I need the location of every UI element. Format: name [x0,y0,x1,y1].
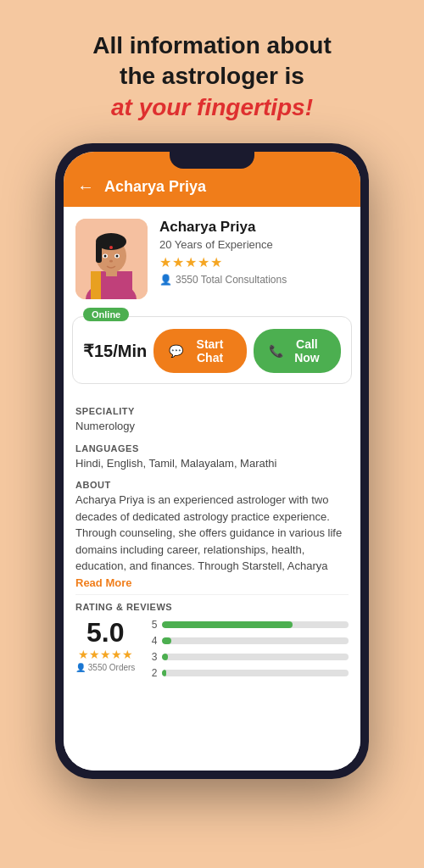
consultations-text: 3550 Total Consultations [176,274,287,286]
svg-point-13 [109,260,113,263]
svg-point-11 [104,255,107,258]
orders-count-text: 3550 Orders [88,663,136,672]
big-rating-stars: ★★★★★ [75,648,135,661]
bar-number: 4 [148,635,157,647]
svg-point-12 [116,255,119,258]
bar-number: 2 [148,667,157,679]
hero-section: All information about the astrologer is … [67,0,357,143]
rating-label: RATING & REVIEWS [75,602,349,612]
bar-track [162,637,349,644]
bar-row: 4 [148,635,349,647]
bar-number: 5 [148,619,157,631]
consultations-count: 👤 3550 Total Consultations [159,274,349,286]
rating-content: 5.0 ★★★★★ 👤 3550 Orders 5432 [75,619,349,683]
phone-notch [170,152,254,169]
bar-row: 3 [148,651,349,663]
online-badge: Online [83,308,129,321]
astrologer-experience: 20 Years of Experience [159,238,349,251]
avatar [75,219,148,299]
about-label: ABOUT [75,480,349,490]
svg-rect-7 [96,242,102,263]
bar-fill [162,621,293,628]
astrologer-card: Acharya Priya 20 Years of Experience ★★★… [64,207,360,311]
bar-fill [162,670,165,676]
bar-row: 5 [148,619,349,631]
about-text: Acharya Priya is an experienced astrolog… [75,492,349,575]
bar-row: 2 [148,667,349,679]
phone-screen: ← Acharya Priya [64,152,360,771]
phone-icon: 📞 [269,344,283,358]
speciality-label: SPECIALITY [75,406,349,416]
bar-fill [162,637,171,644]
bar-number: 3 [148,651,157,663]
read-more-link[interactable]: Read More [75,576,349,589]
astrologer-name: Acharya Priya [159,219,349,236]
languages-value: Hindi, English, Tamil, Malayalam, Marath… [75,455,349,472]
details-section: SPECIALITY Numerology LANGUAGES Hindi, E… [64,392,360,594]
bar-track [162,621,349,628]
hero-highlight: at your fingertips! [111,94,313,120]
chat-icon: 💬 [169,344,183,358]
phone-mockup: ← Acharya Priya [55,143,369,779]
hero-line2: the astrologer is [120,63,304,89]
hero-line1: All information about [92,32,332,58]
astrologer-info: Acharya Priya 20 Years of Experience ★★★… [159,219,349,286]
speciality-value: Numerology [75,418,349,435]
rating-score: 5.0 [75,619,135,646]
rating-stars-display: ★★★★★ [159,254,349,270]
person-icon: 👤 [159,274,172,286]
price-per-min: ₹15/Min [83,341,147,361]
back-button[interactable]: ← [77,177,94,197]
svg-point-8 [109,246,113,249]
booking-panel: Online ₹15/Min 💬 Start Chat 📞 Call Now [72,316,352,384]
person-icon-2: 👤 [75,663,86,672]
chat-btn-label: Start Chat [188,337,232,364]
bar-track [162,654,349,660]
bar-track [162,670,349,676]
languages-label: LANGUAGES [75,443,349,453]
svg-rect-3 [91,271,101,299]
call-now-button[interactable]: 📞 Call Now [254,329,341,373]
booking-row: ₹15/Min 💬 Start Chat 📞 Call Now [83,329,341,373]
big-rating-block: 5.0 ★★★★★ 👤 3550 Orders [75,619,135,672]
header-title: Acharya Priya [104,178,206,196]
bar-fill [162,654,168,660]
rating-section: RATING & REVIEWS 5.0 ★★★★★ 👤 3550 Orders… [64,595,360,690]
orders-count: 👤 3550 Orders [75,663,135,672]
rating-bars: 5432 [148,619,349,683]
call-btn-label: Call Now [288,337,326,364]
main-content: Acharya Priya 20 Years of Experience ★★★… [64,207,360,771]
hero-title: All information about the astrologer is … [92,31,332,123]
start-chat-button[interactable]: 💬 Start Chat [153,329,247,373]
